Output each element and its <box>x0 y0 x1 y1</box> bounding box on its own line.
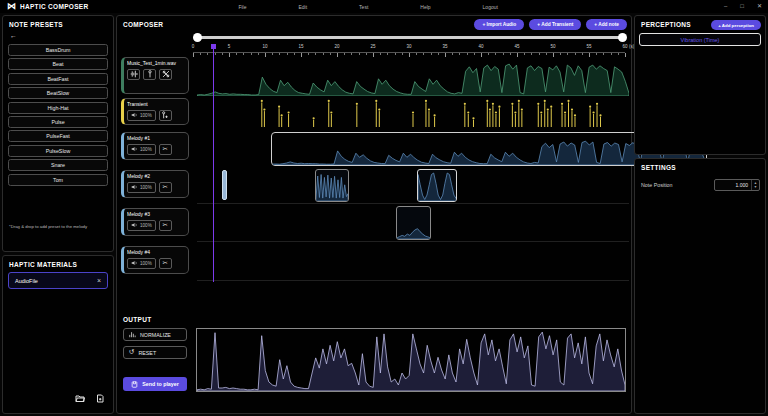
scissors-icon: ✂ <box>163 260 168 267</box>
track-header-audio[interactable]: Music_Test_1min.wav <box>121 57 189 94</box>
track-header-melody-2[interactable]: Melody #2 100% ✂ <box>121 170 189 198</box>
ruler-tick <box>611 53 612 55</box>
preset-button-snare[interactable]: Snare <box>8 159 108 171</box>
preset-button-high-hat[interactable]: High-Hat <box>8 102 108 114</box>
track-row-transient: Transient 100% <box>121 98 627 127</box>
lane-audio[interactable] <box>197 57 629 96</box>
slider-handle-right[interactable] <box>618 33 627 42</box>
ruler-tick <box>330 53 331 55</box>
maximize-button[interactable]: □ <box>740 0 744 13</box>
waveform <box>197 57 629 96</box>
add-transient-button[interactable] <box>159 110 172 121</box>
setting-label: Note Position <box>641 182 714 188</box>
track-header-melody-3[interactable]: Melody #3 100% ✂ <box>121 208 189 236</box>
timeline-range-slider[interactable] <box>197 32 623 42</box>
new-file-icon[interactable] <box>95 389 105 407</box>
note-position-value: 1.000 <box>715 182 751 188</box>
spinner-down-icon[interactable]: ▼ <box>754 185 757 189</box>
perceptions-panel: PERCEPTIONS + Add perception Vibration (… <box>634 15 766 155</box>
extract-transients-button[interactable] <box>143 69 156 80</box>
preset-button-beat[interactable]: Beat <box>8 58 108 70</box>
ruler-tick <box>222 53 223 55</box>
lane-melody-4[interactable] <box>197 243 629 281</box>
waveform-view-button[interactable] <box>127 69 140 80</box>
import-audio-button[interactable]: + Import Audio <box>474 19 524 30</box>
ruler-label: 25 <box>370 44 375 49</box>
slider-track[interactable] <box>197 36 623 39</box>
menu-edit[interactable]: Edit <box>298 4 307 10</box>
ruler-tick <box>294 53 295 55</box>
volume-control[interactable]: 100% <box>127 144 156 155</box>
melody-clip[interactable] <box>417 169 457 202</box>
volume-control[interactable]: 100% <box>127 220 156 231</box>
volume-value: 100% <box>140 113 152 118</box>
preset-button-bassdrum[interactable]: BassDrum <box>8 44 108 56</box>
track-row-melody-3: Melody #3 100% ✂ <box>121 205 627 242</box>
melody-clip[interactable] <box>396 206 431 240</box>
lane-melody-3[interactable] <box>197 205 629 242</box>
send-icon <box>131 381 138 388</box>
cut-button[interactable]: ✂ <box>159 182 172 193</box>
lane-melody-1[interactable] <box>197 132 629 166</box>
melody-clip[interactable] <box>222 170 227 200</box>
track-row-audio: Music_Test_1min.wav <box>121 57 627 96</box>
menu-file[interactable]: File <box>238 4 246 10</box>
percent-slash-icon[interactable] <box>159 69 172 80</box>
waveform <box>418 170 456 201</box>
ruler-label: 35 <box>442 44 447 49</box>
timeline-ruler[interactable]: 051015202530354045505560(s) <box>193 43 629 56</box>
material-item-audiofile[interactable]: AudioFile × <box>8 272 108 289</box>
open-folder-icon[interactable] <box>75 389 85 407</box>
volume-control[interactable]: 100% <box>127 258 156 269</box>
minimize-button[interactable]: – <box>724 0 727 13</box>
send-to-player-button[interactable]: Send to player <box>123 377 187 391</box>
melody-clip[interactable] <box>315 169 349 202</box>
ruler-tick <box>438 53 439 55</box>
ruler-label: 60 <box>622 44 627 49</box>
note-presets-panel: NOTE PRESETS ← BassDrumBeatBeatFastBeatS… <box>2 15 114 252</box>
cut-button[interactable]: ✂ <box>159 144 172 155</box>
track-header-melody-1[interactable]: Melody #1 100% ✂ <box>121 132 189 160</box>
preset-button-beatslow[interactable]: BeatSlow <box>8 87 108 99</box>
composer-panel: COMPOSER + Import Audio+ Add Transient+ … <box>116 15 632 414</box>
ruler-tick <box>308 53 309 55</box>
menu-help[interactable]: Help <box>420 4 430 10</box>
slider-handle-left[interactable] <box>193 33 202 42</box>
add-perception-button[interactable]: + Add perception <box>711 20 761 30</box>
cut-button[interactable]: ✂ <box>159 258 172 269</box>
ruler-tick <box>625 53 626 57</box>
menu-logout[interactable]: Logout <box>483 4 498 10</box>
add-note-button[interactable]: + Add note <box>586 19 627 30</box>
preset-button-tom[interactable]: Tom <box>8 174 108 186</box>
track-name: Melody #4 <box>127 249 185 255</box>
normalize-button[interactable]: NORMALIZE <box>123 328 187 341</box>
ruler-tick <box>359 53 360 55</box>
material-label: AudioFile <box>15 278 97 284</box>
menu-test[interactable]: Test <box>359 4 368 10</box>
add-transient-button[interactable]: + Add Transient <box>529 19 581 30</box>
speaker-icon <box>131 260 138 266</box>
note-position-spinner[interactable]: 1.000 ▲ ▼ <box>714 179 760 191</box>
track-header-transient[interactable]: Transient 100% <box>121 98 189 125</box>
ruler-tick <box>229 53 230 57</box>
volume-control[interactable]: 100% <box>127 110 156 121</box>
preset-button-pulsefast[interactable]: PulseFast <box>8 130 108 142</box>
perception-item-vibration[interactable]: Vibration (Time) <box>639 33 761 46</box>
close-icon[interactable]: × <box>97 277 101 284</box>
lane-transient[interactable] <box>197 98 629 127</box>
lane-melody-2[interactable] <box>197 168 629 204</box>
preset-button-beatfast[interactable]: BeatFast <box>8 73 108 85</box>
volume-control[interactable]: 100% <box>127 182 156 193</box>
preset-button-pulse[interactable]: Pulse <box>8 116 108 128</box>
close-button[interactable]: ✕ <box>757 0 762 13</box>
preset-button-pulseslow[interactable]: PulseSlow <box>8 145 108 157</box>
output-title: OUTPUT <box>123 316 152 323</box>
playhead-marker[interactable] <box>211 44 216 49</box>
ruler-tick <box>287 53 288 55</box>
cut-button[interactable]: ✂ <box>159 220 172 231</box>
reset-button[interactable]: ↺ RESET <box>123 346 187 359</box>
preset-list: BassDrumBeatBeatFastBeatSlowHigh-HatPuls… <box>8 44 108 188</box>
scissors-icon: ✂ <box>163 146 168 153</box>
back-arrow-icon[interactable]: ← <box>10 32 17 39</box>
track-header-melody-4[interactable]: Melody #4 100% ✂ <box>121 246 189 274</box>
